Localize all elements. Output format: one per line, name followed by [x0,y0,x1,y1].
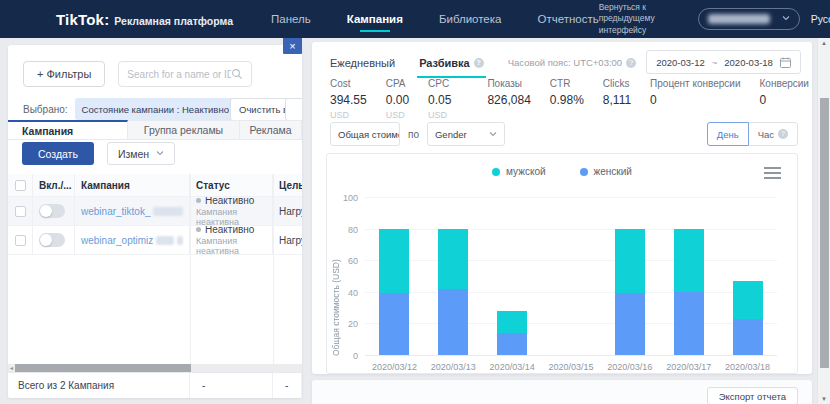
metric-value: 0.05 [428,93,451,107]
scroll-up-arrow-icon[interactable]: ▲ [818,40,830,46]
back-link-line2: интерфейсу [599,25,687,36]
edit-button[interactable]: Измен [107,142,175,165]
timezone-label: Часовой пояс: UTC+03:00 ? [508,57,636,78]
brand-suffix: Рекламная платформа [114,15,233,27]
metric-value: 394.55 [330,93,367,107]
select-all-checkbox[interactable] [15,180,26,191]
x-axis-label: 2020/03/13 [431,362,476,372]
metric-cost: Cost 394.55 USD [330,78,367,120]
y-axis-tick: 20 [348,319,358,329]
date-end: 2020-03-18 [724,57,773,68]
horizontal-scrollbar-thumb[interactable] [15,364,191,372]
legend-item-male[interactable]: мужской [492,166,545,177]
campaign-toggle[interactable] [39,233,65,247]
list-actions: Создать Измен [22,142,175,165]
horizontal-scrollbar[interactable]: ◄ [8,364,302,372]
brand-logo[interactable]: TikTok: Рекламная платформа [56,11,233,28]
filters-button[interactable]: + Фильтры [23,61,105,87]
legend-dot [580,168,588,176]
info-icon: ? [474,58,484,68]
status-dot-icon [196,198,201,203]
nav-item-campaign[interactable]: Кампания [347,1,403,37]
top-nav: Панель Кампания Библиотека Отчетность [271,1,599,37]
chart-menu-icon[interactable] [764,167,781,182]
info-icon: ? [778,129,788,139]
chart-xlabels: 2020/03/122020/03/132020/03/142020/03/15… [365,362,777,374]
substatus-text: Кампания неактивна [196,207,260,226]
date-range-picker[interactable]: 2020-03-12 ~ 2020-03-18 [646,50,801,74]
tab-breakdown[interactable]: Разбивка ? [419,57,484,78]
status-cell: Неактивно Кампания неактивна [190,197,273,226]
search-input[interactable] [127,69,231,80]
header-right-tools: Вернуться к предыдущему интерфейсу Русск… [599,2,830,35]
save-button[interactable]: Сохра [285,98,302,121]
nav-item-library[interactable]: Библиотека [439,1,502,37]
redacted-text [177,236,183,245]
substatus-text: Кампания неактивна [196,236,260,255]
table-row[interactable]: webinar_tiktok_ Неактивно Кампания неакт… [8,197,302,226]
tab-ad-group[interactable]: Группа рекламы [128,120,240,139]
by-label: по [408,129,419,140]
granularity-toggle: День Час ? [707,122,798,146]
metric-select[interactable]: Общая стоимос [330,122,400,146]
metric-cpc: CPC 0.05 USD [428,78,451,120]
x-axis-label: 2020/03/14 [490,362,535,372]
redacted-account-name [708,14,770,24]
bar-stack-2020/03/17 [674,229,704,355]
row-select-cell [8,197,33,226]
scroll-down-arrow-icon[interactable]: ▼ [818,396,830,402]
table-row[interactable]: webinar_optimiz Неактивно Кампания неакт… [8,226,302,255]
create-button[interactable]: Создать [22,142,94,165]
language-selector[interactable]: Русский [811,13,830,25]
scroll-left-arrow-icon[interactable]: ◄ [8,364,15,372]
metric-value: 0.00 [386,93,409,107]
bar-мужской [615,229,645,294]
gridline [365,229,777,230]
vertical-scrollbar-thumb[interactable] [820,98,829,368]
header-select-cell [8,174,33,197]
metric-label: Показы [487,78,530,89]
row-checkbox[interactable] [15,206,26,217]
legend-item-female[interactable]: женский [580,166,632,177]
bar-женский [438,289,468,355]
header-toggle: Вкл./... [33,174,75,197]
nav-item-panel[interactable]: Панель [271,1,311,37]
campaign-name-link[interactable]: webinar_tiktok_ [75,197,190,226]
x-axis-label: 2020/03/12 [372,362,417,372]
export-report-button[interactable]: Экспорт отчета [707,387,798,404]
y-axis-tick: 0 [353,351,358,361]
vertical-scrollbar[interactable]: ▲ ▼ [817,38,830,404]
campaign-name-link[interactable]: webinar_optimiz [75,226,190,255]
chevron-down-icon [489,132,497,137]
granularity-day-button[interactable]: День [707,122,749,146]
tab-daily[interactable]: Ежедневный [330,57,395,78]
report-panel: Ежедневный Разбивка ? Часовой пояс: UTC+… [312,42,812,374]
app-window: TikTok: Рекламная платформа Панель Кампа… [0,0,830,404]
row-checkbox[interactable] [15,235,26,246]
tab-campaign[interactable]: Кампания [8,120,128,139]
account-selector[interactable] [698,8,800,30]
close-icon[interactable]: × [283,37,302,54]
column-divider [190,174,191,364]
metric-conversions: Конверсии 0 [760,78,809,107]
nav-item-reporting[interactable]: Отчетность [537,1,598,37]
y-axis-tick: 60 [348,256,358,266]
date-start: 2020-03-12 [656,57,705,68]
table-body: webinar_tiktok_ Неактивно Кампания неакт… [8,197,302,255]
status-dot-icon [196,227,201,232]
search-box[interactable] [118,61,252,87]
back-to-previous-link[interactable]: Вернуться к предыдущему интерфейсу [599,2,687,35]
tab-ad[interactable]: Реклама [240,120,302,139]
bar-stack-2020/03/12 [379,229,409,355]
campaign-name: webinar_optimiz [81,235,153,246]
metric-ctr: CTR 0.98% [550,78,584,107]
timezone-text: Часовой пояс: UTC+03:00 [508,57,622,68]
y-axis-tick: 100 [343,193,358,203]
filter-chip-label: Состояние кампании : Неактивно [82,104,229,115]
metric-unit: USD [386,110,409,120]
bar-stack-2020/03/18 [733,281,763,355]
granularity-hour-button[interactable]: Час ? [748,122,798,146]
footer-total: Всего из 2 Кампания [8,373,190,398]
dimension-select[interactable]: Gender [427,122,505,146]
campaign-toggle[interactable] [39,204,65,218]
